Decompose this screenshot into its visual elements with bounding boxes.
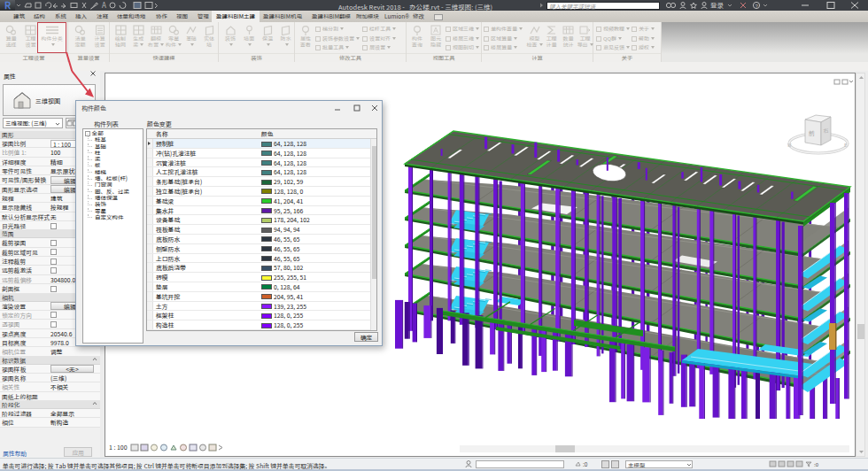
svg-text:E: E xyxy=(844,142,847,148)
svg-text::0: :0 xyxy=(583,460,588,468)
svg-text:右: 右 xyxy=(823,127,829,135)
svg-text:前: 前 xyxy=(809,128,815,137)
svg-text:W: W xyxy=(787,142,792,148)
svg-text::0: :0 xyxy=(814,460,819,468)
svg-text:登录: 登录 xyxy=(710,1,724,10)
svg-text:A: A xyxy=(102,1,106,10)
